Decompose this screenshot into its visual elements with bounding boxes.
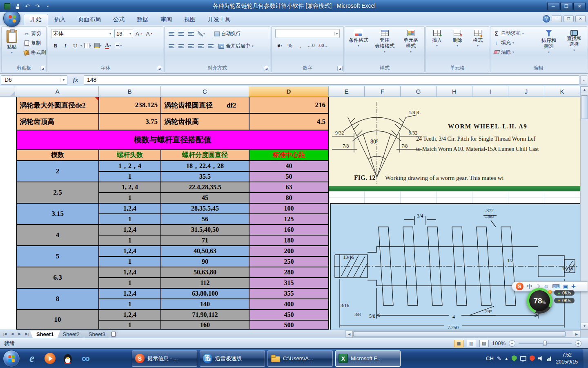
display-tray-icon[interactable] <box>520 356 526 361</box>
restore-button[interactable]: ❐ <box>560 2 572 10</box>
cell-B61[interactable]: 螺杆头数 <box>99 150 161 161</box>
cell-B68[interactable]: 1,2,4 <box>99 224 161 235</box>
column-header-E[interactable]: E <box>329 86 365 97</box>
column-header-F[interactable]: F <box>365 86 401 97</box>
qq-icon[interactable] <box>60 350 76 367</box>
phonetic-button[interactable]: ▾ <box>114 41 123 50</box>
cell-B70[interactable]: 1,2,4 <box>99 246 161 256</box>
ribbon-tab-4[interactable]: 公式 <box>107 14 131 25</box>
xunlei-icon[interactable]: ∞ <box>78 350 94 367</box>
orientation-button[interactable]: ▾ <box>196 29 206 38</box>
scroll-left-icon[interactable]: ◀ <box>346 331 353 337</box>
vertical-scrollbar[interactable]: ▲ ▼ <box>580 86 588 330</box>
cell-D61[interactable]: 标准中心距 <box>249 150 329 161</box>
cell-A64[interactable]: 2.5 <box>16 182 99 203</box>
cell-B64[interactable]: 1, 2, 4 <box>99 182 161 193</box>
cell-B71[interactable]: 1 <box>99 256 161 267</box>
font-size-select[interactable]: 18▾ <box>114 29 133 38</box>
cell-D76[interactable]: 450 <box>249 310 329 320</box>
page-break-view-button[interactable]: ▤ <box>479 340 489 347</box>
autosum-button[interactable]: Σ自动求和▾ <box>492 29 526 38</box>
sort-filter-button[interactable]: 排序和 筛选 ▾ <box>537 28 561 65</box>
cell-C77[interactable]: 160 <box>161 320 249 330</box>
cell-D66[interactable]: 100 <box>249 203 329 214</box>
cell-styles-button[interactable]: 单元格 样式 ▾ <box>399 28 423 65</box>
decrease-indent-button[interactable] <box>196 42 205 50</box>
cell-D62[interactable]: 40 <box>249 161 329 171</box>
ribbon-tab-5[interactable]: 数据 <box>131 14 154 25</box>
pen-tray-icon[interactable]: ✎ <box>497 355 501 361</box>
cell-C76[interactable]: 71,90,112 <box>161 310 249 320</box>
cell-D67[interactable]: 125 <box>249 214 329 224</box>
conditional-formatting-button[interactable]: 条件格式 ▾ <box>346 28 371 65</box>
column-header-C[interactable]: C <box>161 86 249 97</box>
cell-B58[interactable]: 238.125 <box>99 97 161 113</box>
last-sheet-icon[interactable]: ▶| <box>24 331 30 337</box>
cell-D77[interactable]: 500 <box>249 320 329 330</box>
align-left-button[interactable] <box>167 42 176 50</box>
prev-sheet-icon[interactable]: ◀ <box>9 331 16 337</box>
percent-style-button[interactable]: % <box>285 41 294 50</box>
cell-B77[interactable]: 1 <box>99 320 161 330</box>
volume-icon[interactable] <box>538 356 543 361</box>
close-button[interactable]: ✕ <box>573 2 586 10</box>
network-icon[interactable] <box>547 356 551 361</box>
antivirus-shield-icon[interactable] <box>530 355 535 361</box>
cell-C59[interactable]: 涡轮齿根高 <box>161 113 249 130</box>
cell-C75[interactable]: 140 <box>161 299 249 310</box>
worm-gear-figure[interactable]: 80° 9/32 7/8 9/32 7/8 1/8 R. WORM WHEEL-… <box>329 97 580 191</box>
cell-B66[interactable]: 1,2,4 <box>99 203 161 214</box>
cell-B63[interactable]: 1 <box>99 171 161 182</box>
ribbon-tab-1[interactable]: 开始 <box>24 14 48 25</box>
grow-font-button[interactable]: A▲ <box>134 29 144 38</box>
cell-A74[interactable]: 8 <box>16 288 99 310</box>
first-sheet-icon[interactable]: |◀ <box>2 331 8 337</box>
bold-button[interactable]: B <box>51 41 60 50</box>
cell-D71[interactable]: 250 <box>249 256 329 267</box>
cell-A70[interactable]: 5 <box>16 246 99 267</box>
cell-D59[interactable]: 4.5 <box>249 113 329 130</box>
cut-button[interactable]: ✂剪切 <box>22 29 47 38</box>
cell-B69[interactable]: 1 <box>99 235 161 246</box>
comma-style-button[interactable]: , <box>296 41 305 50</box>
taskbar-button-2[interactable]: 迅迅雷极速版 <box>200 350 265 367</box>
minimize-button[interactable]: ─ <box>547 2 559 10</box>
clipboard-dialog-launcher-icon[interactable]: ◢ <box>40 66 45 71</box>
wrap-text-button[interactable]: 自动换行 <box>213 29 243 38</box>
copy-button[interactable]: 复制 <box>22 38 47 48</box>
next-sheet-icon[interactable]: ▶ <box>16 331 23 337</box>
cell-B74[interactable]: 1,2,4 <box>99 288 161 299</box>
merge-center-button[interactable]: 合并后居中▾ <box>217 41 255 51</box>
cell-A61[interactable]: 模数 <box>16 150 99 161</box>
font-color-button[interactable]: A▾ <box>104 41 113 50</box>
align-bottom-button[interactable] <box>187 29 196 38</box>
workbook-close-button[interactable]: ✕ <box>575 16 586 22</box>
undo-icon[interactable]: ↶ <box>24 2 31 10</box>
align-right-button[interactable] <box>187 42 196 50</box>
zoom-slider[interactable] <box>519 343 572 344</box>
taskbar-button-1[interactable]: S提示信息 - ... <box>132 350 197 367</box>
speed-gauge[interactable]: 78% <box>527 288 552 314</box>
speed-widget[interactable]: 78% ▲0K/s ▼0K/s <box>527 288 575 314</box>
cell-C65[interactable]: 45 <box>161 193 249 203</box>
column-header-H[interactable]: H <box>437 86 472 97</box>
cell-B75[interactable]: 1 <box>99 299 161 310</box>
show-desktop-button[interactable] <box>583 349 588 368</box>
scroll-right-icon[interactable]: ▶ <box>573 331 580 337</box>
name-box[interactable]: D6▼ <box>1 75 67 85</box>
redo-icon[interactable]: ↷ <box>34 2 41 10</box>
column-header-G[interactable]: G <box>401 86 437 97</box>
cell-A58[interactable]: 涡轮最大外圆直径de2 <box>16 97 99 113</box>
cell-B73[interactable]: 1 <box>99 278 161 288</box>
column-header-B[interactable]: B <box>99 86 161 97</box>
cell-B59[interactable]: 3.75 <box>99 113 161 130</box>
cell-C69[interactable]: 71 <box>161 235 249 246</box>
ribbon-tab-7[interactable]: 视图 <box>178 14 202 25</box>
cell-A76[interactable]: 10 <box>16 310 99 330</box>
shrink-font-button[interactable]: A▼ <box>145 29 154 38</box>
cell-B76[interactable]: 1,2,4 <box>99 310 161 320</box>
paste-button[interactable]: 粘贴 ▾ <box>3 28 21 65</box>
page-layout-view-button[interactable]: ▥ <box>467 340 476 347</box>
help-icon[interactable]: ? <box>543 15 550 22</box>
cell-D64[interactable]: 63 <box>249 182 329 193</box>
